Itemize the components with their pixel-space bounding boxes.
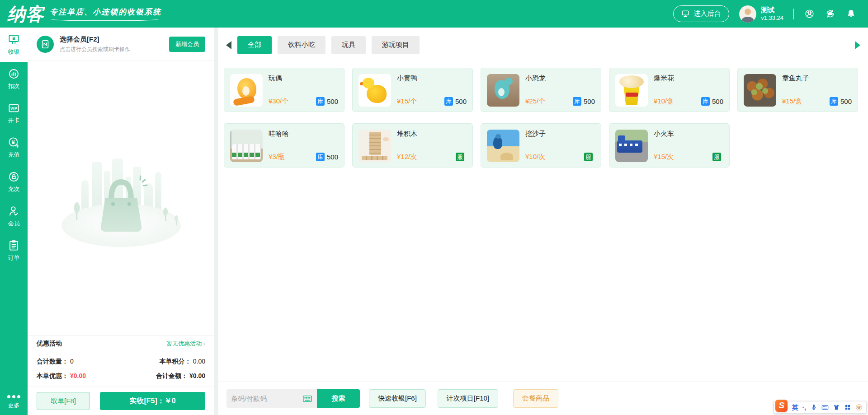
checkout-button[interactable]: 实收[F5]：￥0 (100, 392, 205, 410)
product-card[interactable]: 哇哈哈 ¥3/瓶 库500 (224, 123, 344, 168)
product-image (359, 74, 391, 107)
promo-value: 暂无优惠活动 (166, 340, 202, 348)
barcode-input[interactable] (231, 395, 302, 402)
box-arrow-circle-icon (8, 171, 20, 183)
member-card-icon (37, 36, 54, 53)
stock-count: 500 (455, 98, 467, 105)
product-image (230, 74, 263, 107)
service-badge: 服 (712, 153, 721, 161)
service-badge: 服 (456, 153, 464, 161)
product-image (615, 74, 648, 107)
order-discount-label: 本单优惠： (37, 372, 68, 380)
sidebar-item-recharge[interactable]: ¥ 充值 (0, 131, 28, 165)
stock-badge: 库 (316, 153, 325, 161)
stock-count: 500 (712, 98, 723, 105)
category-tabs: 全部 饮料小吃 玩具 游玩项目 (218, 28, 868, 62)
sidebar-item-recharge-times[interactable]: 充次 (0, 165, 28, 199)
sidebar-item-label: 充次 (8, 185, 20, 193)
product-card[interactable]: 小火车 ¥15/次 服 (609, 123, 730, 168)
member-check-icon (8, 205, 20, 217)
add-member-button[interactable]: 新增会员 (169, 37, 205, 52)
header-divider (793, 9, 794, 19)
ime-toolbox-icon[interactable] (844, 404, 851, 411)
combo-product-button[interactable]: 套餐商品 (513, 389, 558, 408)
microphone-icon[interactable] (810, 404, 817, 411)
product-card[interactable]: 章鱼丸子 ¥15/盒 库500 (737, 68, 858, 112)
promo-row: 优惠活动 暂无优惠活动 › (28, 335, 214, 352)
sidebar-item-orders[interactable]: 订单 (0, 233, 28, 268)
order-points: 本单积分： 0.00 (160, 358, 205, 366)
stock-count: 500 (327, 98, 338, 105)
product-name: 玩偶 (269, 74, 338, 83)
tabs-scroll-right-icon[interactable] (855, 41, 860, 49)
product-card[interactable]: 小恐龙 ¥25/个 库500 (481, 68, 601, 112)
count-item-button[interactable]: 计次项目[F10] (438, 389, 498, 408)
product-price: ¥10/次 (525, 153, 545, 161)
bar-chart-circle-icon (8, 68, 20, 80)
product-name: 挖沙子 (525, 130, 595, 138)
tabs-scroll-left-icon[interactable] (226, 41, 231, 49)
order-panel: 选择会员[F2] 点击进行会员搜索或刷卡操作 新增会员 (28, 28, 214, 415)
stock-count: 500 (327, 153, 338, 161)
sidebar-item-label: 扣次 (8, 82, 20, 90)
tab-toys[interactable]: 玩具 (331, 36, 366, 54)
product-card[interactable]: 爆米花 ¥10/盒 库500 (609, 68, 730, 112)
ime-language-mode[interactable]: 英 (792, 404, 798, 410)
stock-badge: 库 (316, 97, 325, 106)
ime-punctuation-icon[interactable]: ·, (802, 404, 806, 410)
order-amount: 合计金额： ¥0.00 (156, 372, 205, 380)
header-actions: 进入后台 测试 v1.33.24 (673, 5, 856, 23)
sync-icon[interactable] (825, 9, 835, 19)
ime-skin-icon[interactable] (833, 404, 840, 411)
recharge-yuan-plus-icon: ¥ (8, 136, 20, 149)
total-quantity-value: 0 (70, 358, 74, 365)
product-price: ¥30/个 (269, 97, 288, 106)
enter-backstage-button[interactable]: 进入后台 (673, 5, 729, 22)
product-card[interactable]: 挖沙子 ¥10/次 服 (481, 123, 601, 168)
user-account[interactable]: 测试 v1.33.24 (739, 5, 783, 23)
sidebar-item-deduct-times[interactable]: 扣次 (0, 62, 28, 96)
product-price: ¥25/个 (525, 97, 545, 106)
keyboard-icon[interactable] (302, 394, 312, 404)
notification-bell-icon[interactable] (845, 9, 856, 19)
sidebar-item-cashier[interactable]: ¥ 收银 (0, 28, 28, 62)
svg-text:VIP: VIP (10, 106, 17, 111)
product-price: ¥15/次 (654, 153, 674, 161)
product-name: 爆米花 (654, 74, 723, 83)
ime-keyboard-icon[interactable] (821, 404, 829, 411)
stock-badge: 库 (830, 97, 838, 106)
order-discount: 本单优惠： ¥0.00 (37, 372, 86, 380)
enter-backstage-label: 进入后台 (693, 9, 721, 18)
search-button[interactable]: 搜索 (317, 389, 360, 408)
promo-link[interactable]: 暂无优惠活动 › (166, 340, 205, 348)
sidebar-item-label: 开卡 (8, 117, 20, 125)
total-quantity: 合计数量： 0 (37, 358, 74, 366)
product-card[interactable]: 堆积木 ¥12/次 服 (352, 123, 473, 168)
quick-cash-button[interactable]: 快速收银[F6] (369, 389, 426, 408)
totals-row-2: 本单优惠： ¥0.00 合计金额： ¥0.00 (37, 372, 205, 380)
brand: 纳客 专注单店、小连锁的收银系统 (7, 5, 161, 23)
sidebar-more-button[interactable]: 更多 (0, 391, 28, 415)
tab-play-items[interactable]: 游玩项目 (372, 36, 420, 54)
sogou-logo-icon[interactable]: S (775, 400, 788, 412)
top-header: 纳客 专注单店、小连锁的收银系统 进入后台 测试 v1.33.24 (0, 0, 868, 28)
sidebar-item-label: 会员 (8, 219, 20, 228)
product-price: ¥10/盒 (654, 97, 674, 106)
ime-emoji-icon[interactable] (855, 404, 863, 411)
hold-order-button[interactable]: 取单[F8] (37, 392, 90, 410)
sidebar-item-open-card[interactable]: VIP 开卡 (0, 96, 28, 131)
product-image (615, 130, 648, 162)
customer-service-icon[interactable] (804, 9, 815, 19)
product-name: 小黄鸭 (397, 74, 467, 83)
sidebar-item-label: 订单 (8, 254, 20, 262)
select-member-area[interactable]: 选择会员[F2] 点击进行会员搜索或刷卡操作 新增会员 (28, 28, 214, 61)
sidebar-item-members[interactable]: 会员 (0, 199, 28, 233)
product-card[interactable]: 小黄鸭 ¥15/个 库500 (352, 68, 473, 112)
product-name: 章鱼丸子 (782, 74, 852, 83)
tab-all[interactable]: 全部 (237, 36, 272, 54)
more-label: 更多 (8, 401, 20, 410)
product-price: ¥12/次 (397, 153, 417, 161)
product-card[interactable]: 玩偶 ¥30/个 库500 (224, 68, 344, 112)
tab-drinks-snacks[interactable]: 饮料小吃 (278, 36, 326, 54)
product-name: 小火车 (654, 130, 723, 138)
